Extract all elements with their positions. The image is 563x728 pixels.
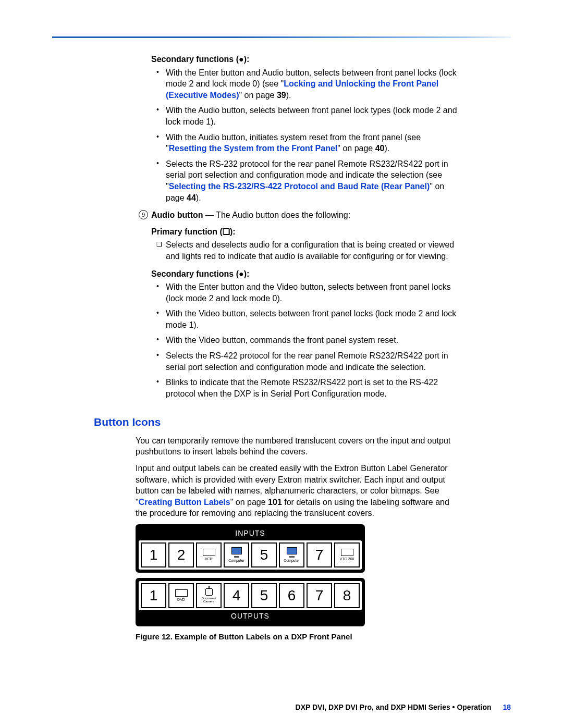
output-btn-4: 4 <box>224 583 249 608</box>
monitor-icon <box>231 547 242 554</box>
button-icons-heading: Button Icons <box>94 415 511 429</box>
outputs-label: OUTPUTS <box>139 610 362 623</box>
list-item: With the Video button, selects between f… <box>166 308 459 330</box>
list-item: Selects the RS-422 protocol for the rear… <box>166 350 459 373</box>
vcr-icon <box>203 549 215 556</box>
secondary-functions-head-1: Secondary functions (●): <box>151 54 459 65</box>
list-item: Selects and deselects audio for a config… <box>166 239 459 262</box>
output-btn-1: 1 <box>141 583 166 608</box>
device-icon <box>341 549 353 556</box>
list-item: With the Video button, commands the fron… <box>166 335 459 346</box>
input-btn-computer1: Computer <box>224 542 249 567</box>
camera-icon <box>205 588 213 596</box>
audio-button-line: 9 Audio button — The Audio button does t… <box>151 209 459 221</box>
secondary-list-2: With the Enter button and the Video butt… <box>166 281 459 399</box>
output-btn-5: 5 <box>251 583 277 608</box>
outputs-row: 1 DVD Document Camera 4 5 6 7 8 <box>139 581 362 610</box>
indented-content: Secondary functions (●): With the Enter … <box>151 54 459 399</box>
figure-caption: Figure 12. Example of Button Labels on a… <box>136 632 365 642</box>
primary-list: Selects and deselects audio for a config… <box>166 239 459 262</box>
input-btn-2: 2 <box>168 542 194 567</box>
dvd-icon <box>175 589 188 597</box>
output-btn-6: 6 <box>279 583 304 608</box>
output-btn-8: 8 <box>334 583 360 608</box>
input-btn-computer2: Computer <box>279 542 304 567</box>
body-paragraph: Input and output labels can be created e… <box>136 463 459 519</box>
body-paragraph: You can temporarily remove the numbered … <box>136 435 459 458</box>
input-btn-7: 7 <box>307 542 332 567</box>
output-btn-dvd: DVD <box>168 583 194 608</box>
audio-button-label: Audio button <box>151 211 203 219</box>
inputs-row: 1 2 VCR Computer 5 Computer 7 VTG 200 <box>139 540 362 570</box>
monitor-icon <box>287 547 297 554</box>
outputs-panel: 1 DVD Document Camera 4 5 6 7 8 OUTPUTS <box>136 578 365 626</box>
input-btn-vtg: VTG 200 <box>334 542 360 567</box>
input-btn-5: 5 <box>251 542 277 567</box>
secondary-list-1: With the Enter button and Audio button, … <box>166 67 459 204</box>
page-container: Secondary functions (●): With the Enter … <box>0 0 563 663</box>
secondary-functions-head-2: Secondary functions (●): <box>151 268 459 280</box>
output-btn-7: 7 <box>307 583 332 608</box>
output-btn-doccam: Document Camera <box>196 583 222 608</box>
footer-text: DXP DVI, DXP DVI Pro, and DXP HDMI Serie… <box>296 703 492 711</box>
link-selecting-rs232[interactable]: Selecting the RS-232/RS-422 Protocol and… <box>169 182 430 191</box>
link-creating-button-labels[interactable]: Creating Button Labels <box>139 498 230 507</box>
input-btn-1: 1 <box>141 542 166 567</box>
top-rule <box>52 36 511 38</box>
page-number: 18 <box>503 703 511 711</box>
list-item: With the Enter button and Audio button, … <box>166 67 459 101</box>
inputs-panel: INPUTS 1 2 VCR Computer 5 Computer 7 VTG… <box>136 524 365 573</box>
list-item: With the Enter button and the Video butt… <box>166 281 459 304</box>
link-resetting[interactable]: Resetting the System from the Front Pane… <box>169 144 338 153</box>
list-item: Selects the RS-232 protocol for the rear… <box>166 158 459 203</box>
figure-panel: INPUTS 1 2 VCR Computer 5 Computer 7 VTG… <box>136 524 365 642</box>
list-item: Blinks to indicate that the Remote RS232… <box>166 377 459 399</box>
callout-number-icon: 9 <box>139 210 148 219</box>
list-item: With the Audio button, selects between f… <box>166 105 459 127</box>
input-btn-vcr: VCR <box>196 542 222 567</box>
list-item: With the Audio button, initiates system … <box>166 132 459 154</box>
primary-function-head: Primary function (❏): <box>151 226 459 238</box>
page-footer: DXP DVI, DXP DVI Pro, and DXP HDMI Serie… <box>296 702 511 712</box>
inputs-label: INPUTS <box>139 527 362 540</box>
